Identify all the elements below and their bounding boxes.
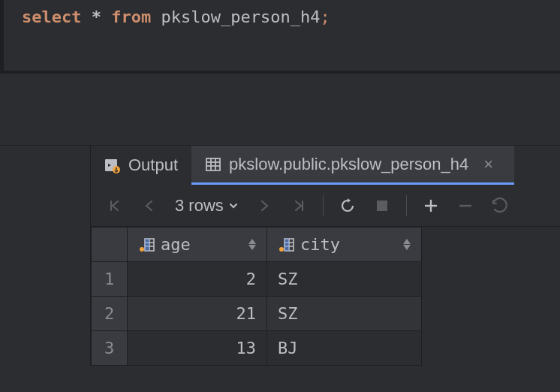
keyword-from: from (111, 8, 151, 26)
column-icon (138, 237, 155, 253)
result-tabs: Output pkslow.public.pkslow_person_h4 × (91, 146, 560, 185)
table-row[interactable]: 3 13 BJ (92, 331, 422, 366)
prev-page-button[interactable] (134, 191, 164, 221)
svg-point-14 (279, 247, 284, 252)
sort-icon[interactable] (403, 239, 411, 250)
semicolon: ; (320, 8, 330, 26)
row-number-header[interactable] (92, 228, 128, 262)
table-icon (205, 156, 221, 173)
rows-count-dropdown[interactable]: 3 rows (169, 196, 245, 216)
cell-city[interactable]: SZ (267, 262, 422, 297)
asterisk: * (92, 8, 101, 26)
sort-icon[interactable] (248, 239, 256, 250)
column-name: age (161, 235, 191, 254)
tab-result-label: pkslow.public.pkslow_person_h4 (229, 155, 468, 174)
tab-result[interactable]: pkslow.public.pkslow_person_h4 × (191, 146, 514, 185)
table-identifier: pkslow_person_h4 (161, 8, 320, 26)
last-page-button[interactable] (284, 191, 314, 221)
close-icon[interactable]: × (476, 155, 501, 174)
cell-age[interactable]: 2 (128, 262, 267, 297)
cell-age[interactable]: 13 (128, 331, 267, 366)
cell-city[interactable]: BJ (267, 331, 422, 366)
svg-rect-19 (285, 239, 289, 251)
results-panel: Output pkslow.public.pkslow_person_h4 × (90, 145, 560, 366)
svg-rect-13 (145, 239, 149, 251)
sql-editor[interactable]: select * from pkslow_person_h4; (0, 0, 560, 74)
toolbar-separator (406, 195, 407, 216)
revert-button[interactable] (485, 191, 515, 221)
next-page-button[interactable] (249, 191, 279, 221)
first-page-button[interactable] (100, 191, 130, 221)
column-icon (278, 237, 294, 253)
result-table: age (91, 227, 422, 366)
row-number: 3 (92, 331, 128, 366)
remove-row-button[interactable] (450, 191, 480, 221)
toolbar-separator (323, 195, 324, 216)
keyword-select: select (22, 8, 81, 26)
refresh-button[interactable] (333, 191, 363, 221)
tab-output-label: Output (128, 155, 178, 175)
chevron-down-icon (228, 201, 239, 211)
left-gutter (0, 145, 90, 366)
svg-rect-7 (377, 201, 387, 211)
column-header-city[interactable]: city (267, 228, 422, 262)
table-row[interactable]: 2 21 SZ (92, 297, 422, 331)
spacer (0, 74, 560, 145)
column-name: city (300, 235, 340, 254)
output-icon (104, 157, 121, 173)
column-header-age[interactable]: age (128, 228, 267, 262)
svg-point-8 (140, 247, 144, 252)
svg-rect-2 (206, 158, 220, 170)
table-row[interactable]: 1 2 SZ (92, 262, 422, 297)
add-row-button[interactable] (416, 191, 446, 221)
row-number: 2 (92, 297, 128, 331)
result-toolbar: 3 rows (91, 185, 560, 227)
cell-age[interactable]: 21 (128, 297, 267, 331)
row-number: 1 (92, 262, 128, 297)
rows-count-label: 3 rows (175, 196, 224, 216)
cell-city[interactable]: SZ (267, 297, 422, 331)
tab-output[interactable]: Output (91, 146, 191, 185)
stop-button[interactable] (367, 191, 397, 221)
